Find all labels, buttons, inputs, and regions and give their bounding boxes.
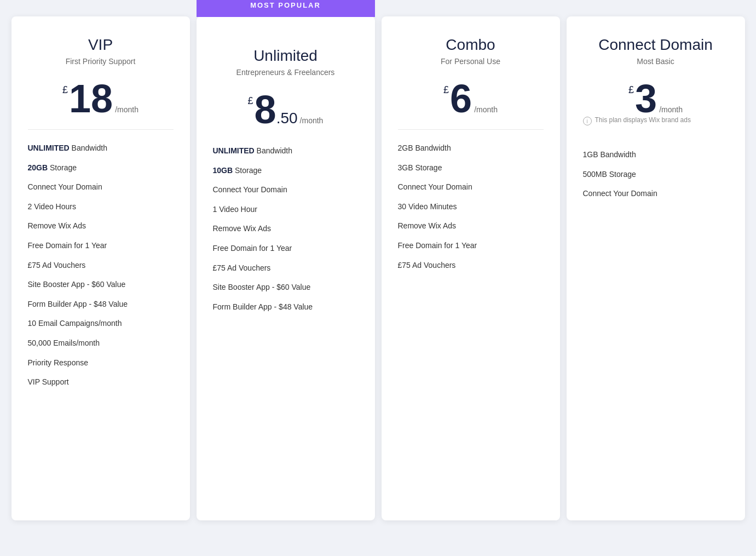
feature-item-unlimited-8: Form Builder App - $48 Value: [213, 302, 359, 313]
price-period-connect-domain: /month: [659, 105, 683, 114]
feature-text-vip-9: 10 Email Campaigns/month: [28, 319, 122, 328]
feature-item-combo-1: 3GB Storage: [398, 163, 544, 174]
feature-item-unlimited-0: UNLIMITED Bandwidth: [213, 146, 359, 157]
feature-text-combo-3: 30 Video Minutes: [398, 202, 457, 211]
price-period-unlimited: /month: [300, 116, 324, 125]
price-main-unlimited: 8: [255, 90, 276, 129]
feature-bold-vip-0: UNLIMITED: [28, 144, 70, 152]
feature-text-connect-domain-1: 500MB Storage: [583, 170, 636, 179]
feature-text-unlimited-3: 1 Video Hour: [213, 205, 257, 214]
feature-item-vip-8: Form Builder App - $48 Value: [28, 299, 174, 310]
plan-card-vip: VIPFirst Priority Support £ 18 /month UN…: [11, 16, 190, 520]
feature-item-vip-2: Connect Your Domain: [28, 182, 174, 193]
feature-item-vip-1: 20GB Storage: [28, 163, 174, 174]
price-period-vip: /month: [115, 105, 138, 114]
feature-item-vip-7: Site Booster App - $60 Value: [28, 279, 174, 290]
feature-item-combo-4: Remove Wix Ads: [398, 221, 544, 232]
feature-text-vip-11: Priority Response: [28, 358, 89, 367]
feature-text-unlimited-4: Remove Wix Ads: [213, 224, 272, 233]
divider-vip: [28, 129, 174, 130]
plan-subtitle-vip: First Priority Support: [28, 57, 174, 66]
plan-card-unlimited: MOST POPULARUnlimitedEntrepreneurs & Fre…: [197, 16, 375, 520]
plan-name-combo: Combo: [398, 36, 544, 54]
feature-text-vip-0: Bandwidth: [70, 144, 107, 152]
feature-item-vip-3: 2 Video Hours: [28, 202, 174, 213]
feature-text-unlimited-7: Site Booster App - $60 Value: [213, 283, 311, 291]
feature-text-combo-2: Connect Your Domain: [398, 182, 472, 191]
feature-item-combo-5: Free Domain for 1 Year: [398, 240, 544, 251]
feature-item-combo-0: 2GB Bandwidth: [398, 143, 544, 154]
feature-item-vip-0: UNLIMITED Bandwidth: [28, 143, 174, 154]
most-popular-badge: MOST POPULAR: [197, 0, 375, 17]
currency-unlimited: £: [248, 95, 253, 107]
feature-item-connect-domain-0: 1GB Bandwidth: [583, 150, 729, 161]
feature-item-unlimited-7: Site Booster App - $60 Value: [213, 282, 359, 293]
feature-item-unlimited-4: Remove Wix Ads: [213, 223, 359, 234]
feature-item-vip-5: Free Domain for 1 Year: [28, 240, 174, 251]
feature-item-unlimited-2: Connect Your Domain: [213, 185, 359, 196]
feature-bold-vip-1: 20GB: [28, 163, 48, 172]
plan-subtitle-combo: For Personal Use: [398, 57, 544, 66]
plan-subtitle-connect-domain: Most Basic: [583, 57, 729, 66]
feature-item-unlimited-3: 1 Video Hour: [213, 204, 359, 215]
feature-item-combo-2: Connect Your Domain: [398, 182, 544, 193]
feature-item-connect-domain-2: Connect Your Domain: [583, 188, 729, 199]
feature-item-combo-3: 30 Video Minutes: [398, 202, 544, 213]
feature-text-vip-2: Connect Your Domain: [28, 182, 102, 191]
feature-text-unlimited-0: Bandwidth: [255, 146, 292, 155]
currency-vip: £: [62, 84, 68, 96]
feature-text-vip-3: 2 Video Hours: [28, 202, 76, 211]
feature-text-unlimited-1: Storage: [233, 166, 262, 175]
feature-text-combo-5: Free Domain for 1 Year: [398, 241, 477, 250]
feature-item-vip-10: 50,000 Emails/month: [28, 338, 174, 349]
price-main-vip: 18: [69, 79, 113, 118]
plan-card-combo: ComboFor Personal Use £ 6 /month 2GB Ban…: [382, 16, 560, 520]
plan-name-vip: VIP: [28, 36, 174, 54]
wix-notice-text-connect-domain: This plan displays Wix brand ads: [595, 116, 691, 124]
plan-subtitle-unlimited: Entrepreneurs & Freelancers: [213, 68, 359, 77]
price-main-combo: 6: [450, 79, 472, 118]
price-period-combo: /month: [474, 105, 498, 114]
price-row-connect-domain: £ 3 /month: [583, 79, 729, 118]
price-decimal-unlimited: .50: [276, 110, 298, 127]
feature-text-combo-6: £75 Ad Vouchers: [398, 261, 456, 270]
feature-item-unlimited-6: £75 Ad Vouchers: [213, 263, 359, 274]
feature-item-vip-11: Priority Response: [28, 358, 174, 369]
feature-text-connect-domain-0: 1GB Bandwidth: [583, 150, 636, 159]
feature-text-vip-6: £75 Ad Vouchers: [28, 261, 86, 270]
features-list-connect-domain: 1GB Bandwidth500MB StorageConnect Your D…: [583, 150, 729, 199]
feature-text-unlimited-6: £75 Ad Vouchers: [213, 263, 271, 272]
feature-text-vip-5: Free Domain for 1 Year: [28, 241, 107, 250]
price-main-connect-domain: 3: [635, 79, 657, 118]
feature-text-combo-4: Remove Wix Ads: [398, 221, 457, 230]
price-row-vip: £ 18 /month: [28, 79, 174, 118]
wix-notice-connect-domain: i This plan displays Wix brand ads: [583, 116, 729, 125]
price-row-unlimited: £ 8 .50 /month: [213, 90, 359, 129]
plan-card-connect-domain: Connect DomainMost Basic £ 3 /month i Th…: [567, 16, 745, 520]
features-list-combo: 2GB Bandwidth3GB StorageConnect Your Dom…: [398, 143, 544, 271]
feature-text-vip-7: Site Booster App - $60 Value: [28, 280, 126, 289]
feature-text-unlimited-2: Connect Your Domain: [213, 185, 287, 194]
pricing-wrapper: VIPFirst Priority Support £ 18 /month UN…: [11, 11, 745, 520]
currency-connect-domain: £: [628, 84, 634, 96]
plan-name-unlimited: Unlimited: [213, 47, 359, 65]
feature-item-vip-6: £75 Ad Vouchers: [28, 260, 174, 271]
feature-item-unlimited-1: 10GB Storage: [213, 165, 359, 176]
feature-text-vip-12: VIP Support: [28, 377, 69, 386]
feature-text-combo-0: 2GB Bandwidth: [398, 144, 451, 152]
feature-item-vip-4: Remove Wix Ads: [28, 221, 174, 232]
feature-text-unlimited-5: Free Domain for 1 Year: [213, 244, 292, 253]
feature-item-combo-6: £75 Ad Vouchers: [398, 260, 544, 271]
feature-text-connect-domain-2: Connect Your Domain: [583, 189, 657, 198]
feature-bold-unlimited-0: UNLIMITED: [213, 146, 255, 155]
plan-name-connect-domain: Connect Domain: [583, 36, 729, 54]
price-row-combo: £ 6 /month: [398, 79, 544, 118]
features-list-vip: UNLIMITED Bandwidth20GB StorageConnect Y…: [28, 143, 174, 388]
features-list-unlimited: UNLIMITED Bandwidth10GB StorageConnect Y…: [213, 146, 359, 312]
feature-text-unlimited-8: Form Builder App - $48 Value: [213, 302, 313, 311]
feature-text-vip-1: Storage: [48, 163, 77, 172]
feature-item-vip-12: VIP Support: [28, 377, 174, 388]
divider-combo: [398, 129, 544, 130]
feature-bold-unlimited-1: 10GB: [213, 166, 233, 175]
info-icon-connect-domain: i: [583, 117, 592, 125]
